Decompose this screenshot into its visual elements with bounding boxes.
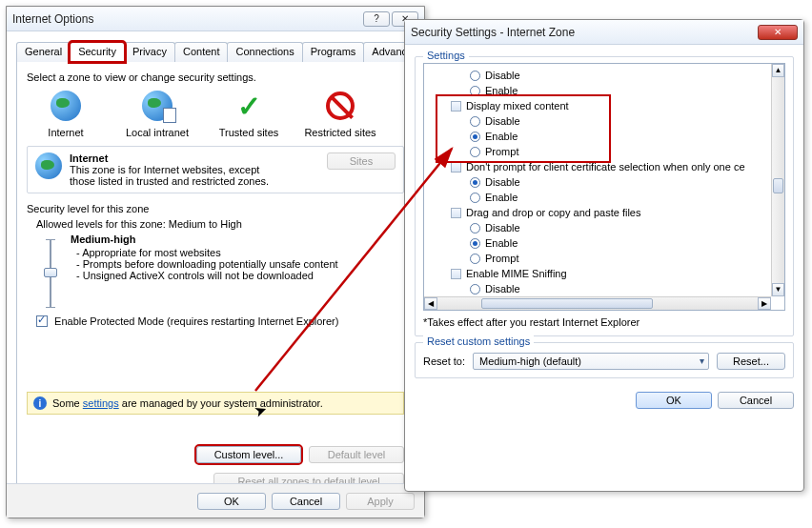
highlight-box <box>437 96 609 161</box>
scroll-right-icon[interactable]: ▶ <box>758 297 771 310</box>
setting-option[interactable]: Prompt <box>430 251 781 266</box>
zone-prompt: Select a zone to view or change security… <box>27 71 404 83</box>
scroll-up-icon[interactable]: ▲ <box>772 64 784 77</box>
tab-strip: General Security Privacy Content Connect… <box>16 41 415 62</box>
zone-local-intranet[interactable]: Local intranet <box>120 89 194 138</box>
settings-group: Settings DisableEnableDisplay mixed cont… <box>415 56 794 336</box>
vertical-scrollbar[interactable]: ▲ ▼ <box>771 64 784 296</box>
info-icon: i <box>33 396 47 410</box>
no-icon <box>326 91 355 120</box>
scroll-thumb[interactable] <box>773 178 783 193</box>
zone-trusted-sites[interactable]: ✓ Trusted sites <box>212 89 286 138</box>
apply-button[interactable]: Apply <box>346 493 415 510</box>
setting-group-label: Enable MIME Sniffing <box>430 266 781 281</box>
titlebar: Internet Options ? ✕ <box>7 7 424 31</box>
help-button[interactable]: ? <box>363 11 390 27</box>
setting-option[interactable]: Enable <box>430 235 781 251</box>
window-title: Security Settings - Internet Zone <box>411 26 756 39</box>
reset-group: Reset custom settings Reset to: Medium-h… <box>415 342 794 378</box>
setting-option[interactable]: Disable <box>430 68 781 83</box>
setting-option[interactable]: Enable <box>430 190 781 205</box>
cancel-button[interactable]: Cancel <box>272 493 340 510</box>
setting-group-label: Drag and drop or copy and paste files <box>430 205 781 220</box>
radio-icon[interactable] <box>470 177 480 188</box>
tab-content[interactable]: Content <box>174 42 229 62</box>
zone-desc-text: This zone is for Internet websites, exce… <box>70 164 279 187</box>
dialog-buttons: OK Cancel Apply <box>7 483 424 518</box>
tab-security[interactable]: Security <box>70 42 125 62</box>
protected-mode-checkbox[interactable] <box>36 315 48 327</box>
setting-option[interactable]: Disable <box>430 174 781 190</box>
window-title: Internet Options <box>12 12 361 26</box>
group-icon <box>451 269 461 279</box>
radio-icon[interactable] <box>470 254 480 264</box>
titlebar: Security Settings - Internet Zone ✕ <box>405 20 803 45</box>
radio-icon[interactable] <box>470 223 480 234</box>
ok-button[interactable]: OK <box>636 392 712 409</box>
default-level-button[interactable]: Default level <box>309 446 404 463</box>
tab-content-area: Select a zone to view or change security… <box>16 62 415 500</box>
setting-option[interactable]: Disable <box>430 220 781 235</box>
sites-button[interactable]: Sites <box>327 152 396 170</box>
allowed-levels: Allowed levels for this zone: Medium to … <box>27 214 404 230</box>
restart-note: *Takes effect after you restart Internet… <box>423 316 785 328</box>
horizontal-scrollbar[interactable]: ◀ ▶ <box>424 296 771 310</box>
scroll-thumb[interactable] <box>481 298 653 309</box>
cancel-button[interactable]: Cancel <box>718 392 794 409</box>
reset-to-label: Reset to: <box>423 355 465 367</box>
group-icon <box>451 162 461 173</box>
radio-icon[interactable] <box>470 284 480 294</box>
security-settings-dialog: Security Settings - Internet Zone ✕ Sett… <box>404 19 804 492</box>
zone-restricted-sites[interactable]: Restricted sites <box>303 89 377 138</box>
globe-doc-icon <box>142 91 173 121</box>
info-bar: i Some settings are managed by your syst… <box>27 392 404 415</box>
setting-group-label: Don't prompt for client certificate sele… <box>430 159 781 174</box>
tab-programs[interactable]: Programs <box>302 42 365 62</box>
scroll-left-icon[interactable]: ◀ <box>424 297 437 310</box>
zone-internet[interactable]: Internet <box>29 89 103 138</box>
close-button[interactable]: ✕ <box>758 25 798 40</box>
security-level-slider[interactable] <box>42 239 59 308</box>
settings-link[interactable]: settings <box>83 397 119 409</box>
tab-general[interactable]: General <box>16 42 71 62</box>
globe-icon <box>35 152 62 179</box>
settings-tree[interactable]: DisableEnableDisplay mixed contentDisabl… <box>423 63 785 311</box>
setting-option[interactable]: Disable <box>430 281 781 296</box>
globe-icon <box>51 91 81 121</box>
custom-level-button[interactable]: Custom level... <box>196 446 301 463</box>
tab-privacy[interactable]: Privacy <box>124 42 175 62</box>
internet-options-dialog: Internet Options ? ✕ General Security Pr… <box>6 6 425 518</box>
radio-icon[interactable] <box>470 193 480 203</box>
security-level-label: Security level for this zone <box>27 203 404 214</box>
reset-button[interactable]: Reset... <box>717 353 785 370</box>
settings-legend: Settings <box>423 50 469 61</box>
radio-icon[interactable] <box>470 71 480 81</box>
scroll-down-icon[interactable]: ▼ <box>772 283 784 296</box>
ok-button[interactable]: OK <box>197 493 266 510</box>
zone-description: Internet This zone is for Internet websi… <box>27 146 404 193</box>
radio-icon[interactable] <box>470 238 480 249</box>
check-icon: ✓ <box>237 90 261 123</box>
tab-connections[interactable]: Connections <box>227 42 302 62</box>
dialog-buttons: OK Cancel <box>415 392 794 409</box>
level-description: Medium-high Appropriate for most website… <box>71 234 338 308</box>
protected-mode-label: Enable Protected Mode (requires restarti… <box>54 315 338 327</box>
group-icon <box>451 208 461 218</box>
radio-icon[interactable] <box>470 86 480 96</box>
reset-combo[interactable]: Medium-high (default) <box>473 353 709 370</box>
reset-legend: Reset custom settings <box>423 335 534 347</box>
zone-name: Internet <box>70 152 319 164</box>
